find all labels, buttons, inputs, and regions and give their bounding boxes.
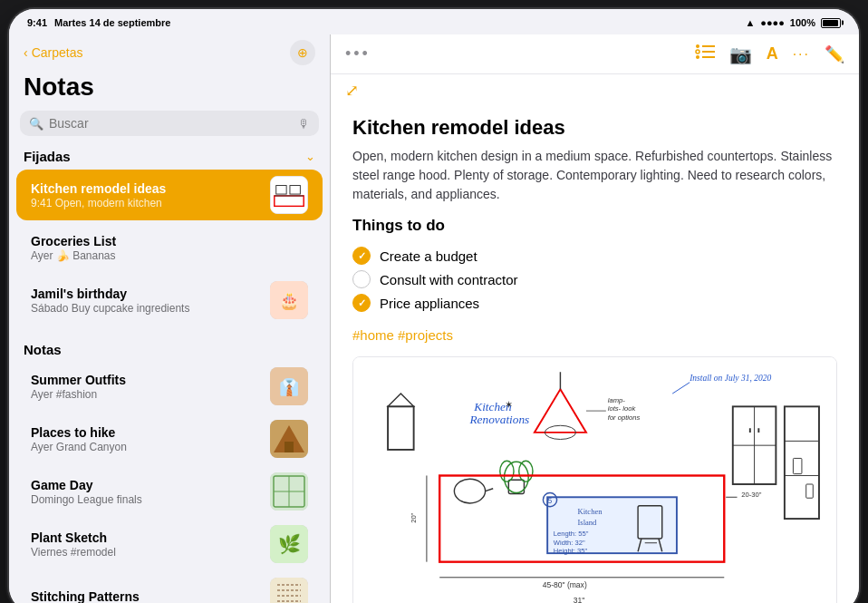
- wifi-icon: ▲: [745, 17, 755, 28]
- battery-percent: 100%: [790, 17, 815, 28]
- sketch-area: Install on July 31, 2020 Kitchen Renovat…: [352, 356, 837, 603]
- add-icon: ⊕: [297, 45, 308, 60]
- status-bar: 9:41 Martes 14 de septiembre ▲ ●●●● 100%: [9, 9, 859, 34]
- svg-rect-68: [806, 484, 814, 498]
- svg-point-47: [454, 479, 485, 503]
- svg-point-42: [500, 461, 514, 481]
- svg-point-24: [696, 44, 699, 48]
- note-thumbnail-kitchen: [270, 176, 308, 214]
- note-item-title-groceries: Groceries List: [31, 234, 308, 248]
- svg-text:20-30": 20-30": [741, 491, 761, 499]
- battery-fill: [823, 20, 838, 26]
- note-item-plant[interactable]: Plant Sketch Viernes #remodel 🌿: [16, 519, 323, 569]
- checklist-item-1: Consult with contractor: [352, 267, 837, 291]
- toolbar-right: 📷 A ··· ✏️: [695, 43, 844, 65]
- pinned-section-title: Fijadas: [24, 149, 71, 164]
- svg-point-43: [519, 461, 533, 481]
- note-item-title-birthday: Jamil's birthday: [31, 287, 261, 301]
- back-button[interactable]: ‹ Carpetas: [24, 45, 82, 60]
- note-item-content-birthday: Jamil's birthday Sábado Buy cupcake ingr…: [31, 287, 261, 315]
- kitchen-sketch-svg: Install on July 31, 2020 Kitchen Renovat…: [353, 357, 836, 603]
- text-toolbar-icon[interactable]: A: [767, 44, 778, 63]
- note-thumbnail-hike: [270, 420, 308, 458]
- svg-rect-35: [388, 406, 414, 450]
- svg-text:for options: for options: [608, 413, 641, 422]
- main-content: ‹ Carpetas ⊕ Notas 🔍 🎙 Fijadas ⌄: [9, 34, 859, 603]
- note-thumbnail-birthday: 🎂: [270, 281, 308, 319]
- kitchen-thumb-svg: [271, 176, 307, 214]
- note-body: Kitchen remodel ideas Open, modern kitch…: [331, 107, 859, 603]
- note-item-groceries[interactable]: Groceries List Ayer 🍌 Bananas: [16, 222, 323, 273]
- note-item-content-outfits: Summer Outfits Ayer #fashion: [31, 373, 261, 401]
- expand-icon[interactable]: ⤢: [345, 81, 359, 101]
- note-item-content-kitchen: Kitchen remodel ideas 9:41 Open, modern …: [31, 181, 261, 209]
- svg-text:Install on July 31, 2020: Install on July 31, 2020: [689, 374, 771, 383]
- search-input[interactable]: [49, 116, 293, 131]
- svg-text:Height: 35": Height: 35": [554, 547, 588, 555]
- search-icon: 🔍: [29, 117, 43, 131]
- note-title: Kitchen remodel ideas: [352, 116, 837, 140]
- svg-marker-36: [388, 394, 414, 406]
- svg-point-26: [696, 50, 699, 53]
- note-item-title-game: Game Day: [31, 478, 261, 492]
- note-thumbnail-stitching: [270, 578, 308, 603]
- note-item-birthday[interactable]: Jamil's birthday Sábado Buy cupcake ingr…: [16, 275, 323, 326]
- note-item-stitching[interactable]: Stitching Patterns: [16, 571, 323, 603]
- note-thumbnail-game: [270, 472, 308, 511]
- toolbar-dots: •••: [345, 44, 371, 63]
- svg-text:Width: 32": Width: 32": [554, 539, 585, 547]
- svg-text:lots- look: lots- look: [608, 404, 637, 413]
- svg-text:✶: ✶: [505, 399, 513, 410]
- svg-text:31": 31": [574, 596, 585, 603]
- tags: #home #projects: [352, 327, 837, 344]
- svg-rect-0: [271, 177, 307, 213]
- search-bar[interactable]: 🔍 🎙: [20, 111, 319, 136]
- check-circle-2[interactable]: [352, 294, 371, 312]
- note-item-hike[interactable]: Places to hike Ayer Grand Canyon: [16, 413, 323, 464]
- note-item-subtitle-groceries: Ayer 🍌 Bananas: [31, 249, 308, 262]
- note-thumbnail-outfits: 👔: [270, 367, 308, 405]
- sidebar-header: ‹ Carpetas ⊕: [9, 34, 330, 73]
- checklist-item-0: Create a budget: [352, 244, 837, 267]
- note-item-title-stitching: Stitching Patterns: [31, 589, 261, 604]
- more-toolbar-icon[interactable]: ···: [793, 46, 810, 63]
- tags-text: #home #projects: [352, 327, 453, 343]
- note-item-content-plant: Plant Sketch Viernes #remodel: [31, 530, 261, 559]
- note-item-title-hike: Places to hike: [31, 425, 261, 440]
- note-item-title-plant: Plant Sketch: [31, 530, 261, 545]
- svg-text:👔: 👔: [279, 377, 300, 397]
- checklist-toolbar-icon[interactable]: [695, 43, 715, 65]
- birthday-thumb-svg: 🎂: [270, 281, 308, 319]
- check-circle-1[interactable]: [352, 270, 371, 288]
- note-item-game[interactable]: Game Day Domingo League finals: [16, 466, 323, 517]
- checklist-icon-svg: [695, 43, 715, 61]
- notes-section-label: Notas: [9, 335, 330, 361]
- chevron-left-icon: ‹: [24, 45, 28, 60]
- note-item-title-outfits: Summer Outfits: [31, 373, 261, 387]
- svg-text:Kitchen: Kitchen: [577, 507, 603, 516]
- note-thumbnail-plant: 🌿: [270, 525, 308, 563]
- note-item-kitchen[interactable]: Kitchen remodel ideas 9:41 Open, modern …: [16, 170, 323, 220]
- things-header: Things to do: [352, 217, 837, 235]
- svg-text:Renovations: Renovations: [468, 413, 529, 426]
- svg-line-48: [486, 489, 494, 491]
- note-item-content-stitching: Stitching Patterns: [31, 589, 261, 604]
- note-item-outfits[interactable]: Summer Outfits Ayer #fashion 👔: [16, 361, 323, 412]
- note-detail: ••• 📷 A ···: [331, 34, 859, 603]
- battery-icon: [821, 18, 841, 28]
- pinned-toggle[interactable]: ⌄: [305, 150, 315, 163]
- stitching-thumb-svg: [270, 578, 308, 603]
- check-circle-0[interactable]: [352, 247, 371, 265]
- camera-toolbar-icon[interactable]: 📷: [729, 44, 752, 65]
- svg-text:lamp-: lamp-: [608, 396, 625, 404]
- svg-text:5: 5: [548, 496, 553, 505]
- pinned-section-header: Fijadas ⌄: [9, 145, 330, 170]
- add-note-button[interactable]: ⊕: [290, 40, 315, 65]
- mic-icon[interactable]: 🎙: [298, 117, 310, 131]
- ipad-frame: 9:41 Martes 14 de septiembre ▲ ●●●● 100%…: [9, 9, 859, 603]
- status-right: ▲ ●●●● 100%: [745, 17, 841, 28]
- edit-toolbar-icon[interactable]: ✏️: [825, 44, 844, 64]
- svg-line-31: [672, 383, 690, 394]
- svg-rect-67: [793, 458, 802, 473]
- note-toolbar: ••• 📷 A ···: [331, 34, 859, 74]
